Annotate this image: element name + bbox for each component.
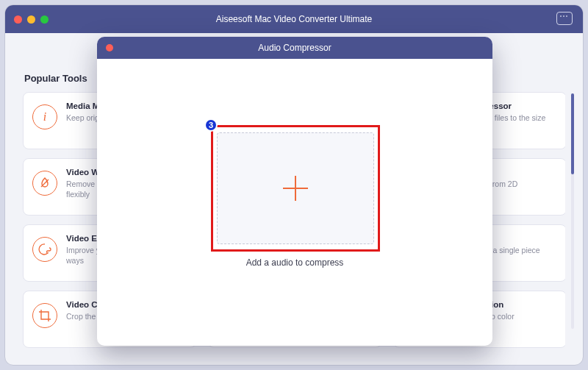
modal-title: Audio Compressor <box>97 43 492 53</box>
drop-caption: Add a audio to compress <box>97 257 492 268</box>
modal-close-button[interactable] <box>106 44 113 51</box>
plus-icon <box>283 176 308 201</box>
audio-compressor-modal: Audio Compressor 3 Add a audio to compre… <box>97 37 492 346</box>
traffic-lights <box>14 15 49 24</box>
app-title: Aiseesoft Mac Video Converter Ultimate <box>5 14 583 24</box>
info-icon: i <box>32 104 57 129</box>
add-audio-dropzone[interactable] <box>217 132 374 244</box>
scrollbar-thumb[interactable] <box>571 93 574 174</box>
close-window-button[interactable] <box>14 15 22 24</box>
minimize-window-button[interactable] <box>27 15 35 24</box>
main-titlebar: Aiseesoft Mac Video Converter Ultimate <box>5 5 583 33</box>
section-heading: Popular Tools <box>24 73 87 84</box>
feedback-icon[interactable] <box>556 12 573 25</box>
scrollbar[interactable] <box>571 93 574 329</box>
modal-titlebar: Audio Compressor <box>97 37 492 59</box>
crop-icon <box>32 303 57 328</box>
drop-zone-wrapper: 3 <box>211 125 380 252</box>
zoom-window-button[interactable] <box>40 15 49 24</box>
annotation-step-badge: 3 <box>204 118 218 132</box>
palette-icon <box>32 237 57 262</box>
watermark-icon <box>32 171 57 196</box>
